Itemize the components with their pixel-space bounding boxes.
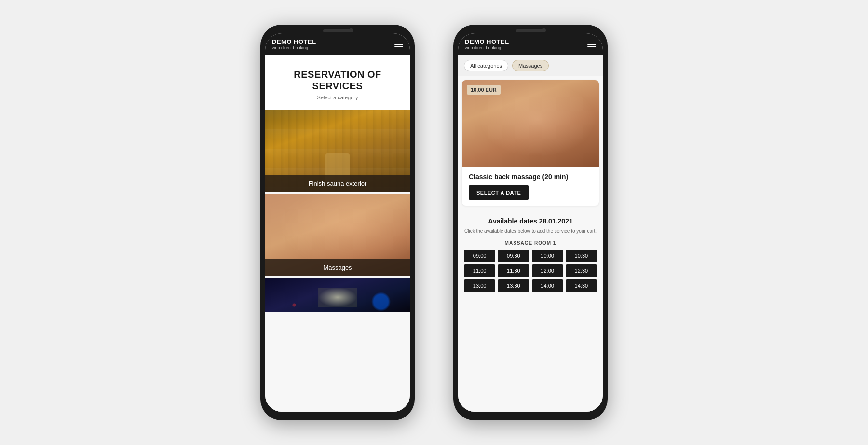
room-label: MASSAGE ROOM 1 — [464, 240, 597, 246]
phone-left: DEMO HOTEL web direct booking RESERVATIO… — [260, 25, 415, 420]
phone-left-screen: DEMO HOTEL web direct booking RESERVATIO… — [265, 33, 410, 412]
service-card-image: 16,00 EUR — [462, 80, 599, 167]
time-grid: 09:0009:3010:0010:3011:0011:3012:0012:30… — [464, 250, 597, 292]
availability-section: Available dates 28.01.2021 Click the ava… — [458, 209, 603, 300]
header-brand-right: DEMO HOTEL web direct booking — [465, 38, 509, 50]
app-header-left: DEMO HOTEL web direct booking — [265, 33, 410, 55]
services-title: RESERVATION OFSERVICES — [275, 69, 400, 92]
time-slot[interactable]: 14:30 — [566, 279, 597, 292]
phone-right: DEMO HOTEL web direct booking All catego… — [453, 25, 608, 420]
time-slot[interactable]: 09:00 — [464, 250, 495, 262]
services-subtitle: Select a category — [275, 95, 400, 100]
app-header-right: DEMO HOTEL web direct booking — [458, 33, 603, 55]
category-card-bowling[interactable] — [265, 278, 410, 312]
time-slot[interactable]: 14:00 — [532, 279, 563, 292]
time-slot[interactable]: 13:30 — [498, 279, 529, 292]
sauna-label: Finish sauna exterior — [265, 175, 410, 192]
time-slot[interactable]: 12:00 — [532, 264, 563, 277]
time-slot[interactable]: 11:30 — [498, 264, 529, 277]
availability-title: Available dates 28.01.2021 — [464, 217, 597, 225]
hamburger-icon-right[interactable] — [587, 42, 596, 47]
time-slot[interactable]: 09:30 — [498, 250, 529, 262]
time-slot[interactable]: 10:00 — [532, 250, 563, 262]
hamburger-icon-left[interactable] — [394, 42, 403, 47]
filter-massages-btn[interactable]: Massages — [512, 60, 549, 71]
time-slot[interactable]: 10:30 — [566, 250, 597, 262]
brand-sub-right: web direct booking — [465, 45, 509, 50]
brand-sub-left: web direct booking — [272, 45, 316, 50]
filter-all-btn[interactable]: All categories — [464, 60, 508, 71]
category-card-massages[interactable]: Massages — [265, 194, 410, 276]
select-date-button[interactable]: SELECT A DATE — [469, 185, 529, 200]
service-name: Classic back massage (20 min) — [469, 173, 592, 181]
brand-name-right: DEMO HOTEL — [465, 38, 509, 45]
price-badge: 16,00 EUR — [467, 85, 501, 95]
service-card-body: Classic back massage (20 min) SELECT A D… — [462, 167, 599, 206]
massages-label: Massages — [265, 259, 410, 276]
time-slot[interactable]: 12:30 — [566, 264, 597, 277]
time-slot[interactable]: 11:00 — [464, 264, 495, 277]
filter-bar: All categories Massages — [458, 55, 603, 76]
service-card: 16,00 EUR Classic back massage (20 min) … — [462, 80, 599, 206]
category-card-sauna[interactable]: Finish sauna exterior — [265, 110, 410, 192]
services-screen: RESERVATION OFSERVICES Select a category… — [265, 55, 410, 412]
detail-screen: 16,00 EUR Classic back massage (20 min) … — [458, 76, 603, 412]
phone-right-screen: DEMO HOTEL web direct booking All catego… — [458, 33, 603, 412]
availability-desc: Click the available dates below to add t… — [464, 228, 597, 235]
header-brand-left: DEMO HOTEL web direct booking — [272, 38, 316, 50]
bowling-image — [265, 278, 410, 312]
time-slot[interactable]: 13:00 — [464, 279, 495, 292]
services-title-area: RESERVATION OFSERVICES Select a category — [265, 55, 410, 110]
brand-name-left: DEMO HOTEL — [272, 38, 316, 45]
